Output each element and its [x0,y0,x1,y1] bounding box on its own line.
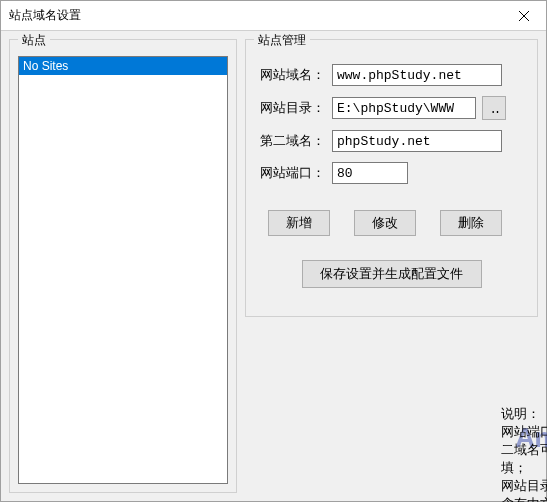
titlebar: 站点域名设置 [1,1,546,31]
mgmt-group-label: 站点管理 [254,32,310,49]
port-input[interactable] [332,162,408,184]
port-label: 网站端口： [260,164,326,182]
sites-group-label: 站点 [18,32,50,49]
dir-label: 网站目录： [260,99,326,117]
help-text: 说明： 网站端口和第二域名可不填； 网站目录不可含有中文。 设置后请点保存按钮生… [501,405,547,502]
second-domain-row: 第二域名： [260,130,529,152]
domain-label: 网站域名： [260,66,326,84]
dir-row: 网站目录： ‥ [260,96,529,120]
second-domain-label: 第二域名： [260,132,326,150]
domain-row: 网站域名： [260,64,529,86]
sites-listbox[interactable]: No Sites [18,56,228,484]
port-row: 网站端口： [260,162,529,184]
second-domain-input[interactable] [332,130,502,152]
delete-button[interactable]: 删除 [440,210,502,236]
list-item[interactable]: No Sites [19,57,227,75]
save-button[interactable]: 保存设置并生成配置文件 [302,260,482,288]
close-button[interactable] [501,1,546,30]
modify-button[interactable]: 修改 [354,210,416,236]
window-title: 站点域名设置 [9,7,81,24]
window-body: 站点 No Sites 站点管理 网站域名： 网站目录： ‥ 第二域名： [1,31,546,501]
sites-group: 站点 No Sites [9,39,237,493]
browse-button[interactable]: ‥ [482,96,506,120]
right-pane: 站点管理 网站域名： 网站目录： ‥ 第二域名： 网站端口： [245,39,538,493]
domain-input[interactable] [332,64,502,86]
add-button[interactable]: 新增 [268,210,330,236]
dir-input[interactable] [332,97,476,119]
mgmt-group: 站点管理 网站域名： 网站目录： ‥ 第二域名： 网站端口： [245,39,538,317]
button-row: 新增 修改 删除 [268,210,529,236]
window: 站点域名设置 站点 No Sites 站点管理 网站域名： 网站目录： [0,0,547,502]
close-icon [519,11,529,21]
